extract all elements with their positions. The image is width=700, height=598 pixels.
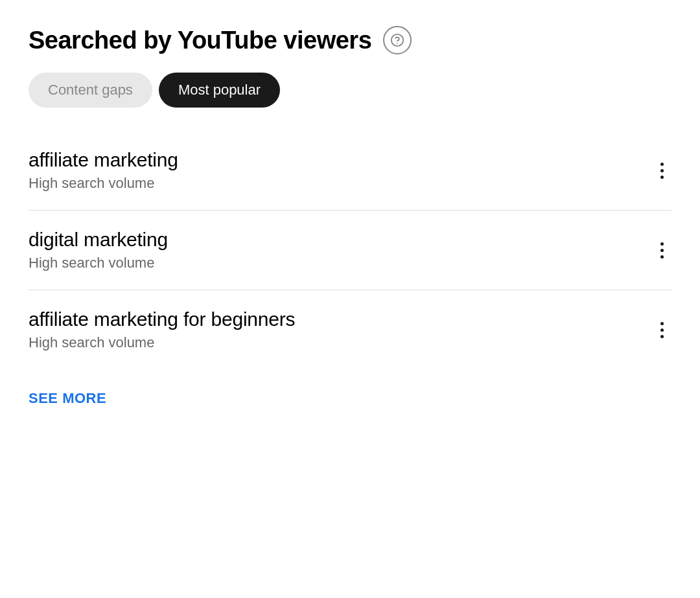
dot-icon xyxy=(660,176,664,179)
more-options-button[interactable] xyxy=(653,317,671,343)
search-volume-label: High search volume xyxy=(29,255,168,271)
dot-icon xyxy=(660,249,664,252)
tab-content-gaps[interactable]: Content gaps xyxy=(29,73,152,108)
search-term: digital marketing xyxy=(29,229,168,251)
search-item-content: affiliate marketing High search volume xyxy=(29,149,178,192)
dot-icon xyxy=(660,335,664,338)
search-volume-label: High search volume xyxy=(29,334,295,351)
search-item-content: affiliate marketing for beginners High s… xyxy=(29,308,295,351)
more-options-button[interactable] xyxy=(653,157,671,184)
list-item: affiliate marketing for beginners High s… xyxy=(29,290,671,369)
tabs-container: Content gaps Most popular xyxy=(29,73,671,108)
list-item: digital marketing High search volume xyxy=(29,211,671,290)
search-term: affiliate marketing xyxy=(29,149,178,171)
dot-icon xyxy=(660,163,664,166)
see-more-button[interactable]: SEE MORE xyxy=(29,390,106,407)
page-title: Searched by YouTube viewers xyxy=(29,27,371,54)
dot-icon xyxy=(660,328,664,332)
search-term: affiliate marketing for beginners xyxy=(29,308,295,330)
dot-icon xyxy=(660,255,664,259)
dot-icon xyxy=(660,242,664,246)
list-item: affiliate marketing High search volume xyxy=(29,131,671,211)
more-options-button[interactable] xyxy=(653,237,671,264)
dot-icon xyxy=(660,322,664,325)
dot-icon xyxy=(660,169,664,172)
question-mark-icon xyxy=(390,33,404,47)
search-volume-label: High search volume xyxy=(29,175,178,192)
search-item-content: digital marketing High search volume xyxy=(29,229,168,271)
tab-most-popular[interactable]: Most popular xyxy=(159,73,280,108)
help-icon-button[interactable] xyxy=(383,26,412,54)
search-list: affiliate marketing High search volume d… xyxy=(29,131,671,369)
